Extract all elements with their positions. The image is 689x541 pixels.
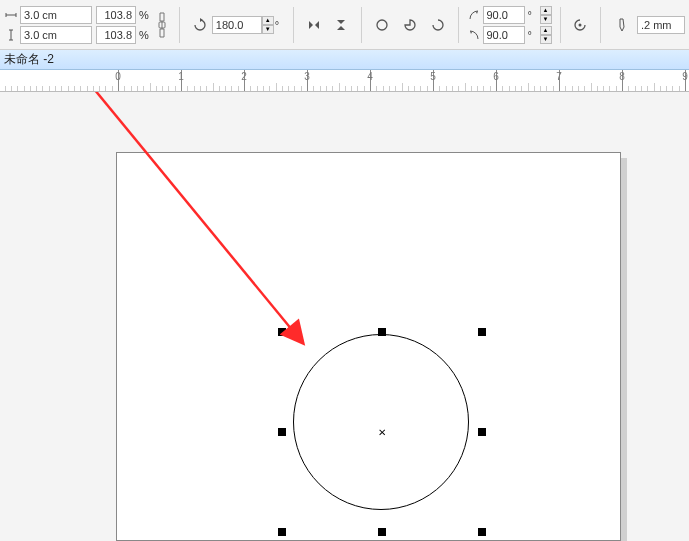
mirror-horizontal-button[interactable] xyxy=(302,13,326,37)
object-width-input[interactable] xyxy=(20,6,92,24)
object-height-input[interactable] xyxy=(20,26,92,44)
percent-unit: % xyxy=(139,29,149,41)
start-angle-spinner[interactable]: ▲▼ xyxy=(540,6,552,24)
rotate-icon xyxy=(188,13,212,37)
handle-s[interactable] xyxy=(378,528,386,536)
handle-ne[interactable] xyxy=(478,328,486,336)
handle-se[interactable] xyxy=(478,528,486,536)
start-angle-input[interactable] xyxy=(483,6,525,24)
rotation-spinner[interactable]: ▲▼ xyxy=(262,16,274,34)
scale-x-input[interactable] xyxy=(96,6,136,24)
scale-fields: % % xyxy=(96,6,149,44)
center-marker: ✕ xyxy=(378,427,386,438)
lock-ratio-button[interactable] xyxy=(153,7,171,43)
end-angle-icon xyxy=(467,28,481,42)
ellipse-button[interactable] xyxy=(370,13,394,37)
svg-point-1 xyxy=(377,20,387,30)
pie-button[interactable] xyxy=(398,13,422,37)
rotation-input[interactable] xyxy=(212,16,262,34)
ruler-horizontal: 0123456789 xyxy=(0,70,689,92)
property-bar: % % ▲▼ ° xyxy=(0,0,689,50)
degree-unit: ° xyxy=(528,9,538,21)
end-angle-spinner[interactable]: ▲▼ xyxy=(540,26,552,44)
handle-n[interactable] xyxy=(378,328,386,336)
degree-unit: ° xyxy=(275,19,285,31)
rotation-group: ▲▼ ° xyxy=(188,13,285,37)
outline-width-input[interactable] xyxy=(637,16,685,34)
start-angle-icon xyxy=(467,8,481,22)
canvas-area[interactable]: ✕ xyxy=(0,92,689,541)
scale-y-input[interactable] xyxy=(96,26,136,44)
swap-direction-button[interactable] xyxy=(568,13,592,37)
selected-ellipse[interactable] xyxy=(293,334,469,510)
handle-nw[interactable] xyxy=(278,328,286,336)
arc-angle-fields: ° ▲▼ ° ▲▼ xyxy=(467,6,552,44)
height-icon xyxy=(4,28,18,42)
document-tab[interactable]: 未命名 -2 xyxy=(4,51,54,68)
width-icon xyxy=(4,8,18,22)
document-tab-bar: 未命名 -2 xyxy=(0,50,689,70)
handle-sw[interactable] xyxy=(278,528,286,536)
handle-e[interactable] xyxy=(478,428,486,436)
handle-w[interactable] xyxy=(278,428,286,436)
end-angle-input[interactable] xyxy=(483,26,525,44)
size-fields xyxy=(4,6,92,44)
degree-unit: ° xyxy=(528,29,538,41)
arc-button[interactable] xyxy=(426,13,450,37)
svg-point-2 xyxy=(579,23,582,26)
percent-unit: % xyxy=(139,9,149,21)
mirror-vertical-button[interactable] xyxy=(330,13,354,37)
outline-pen-icon xyxy=(609,13,633,37)
